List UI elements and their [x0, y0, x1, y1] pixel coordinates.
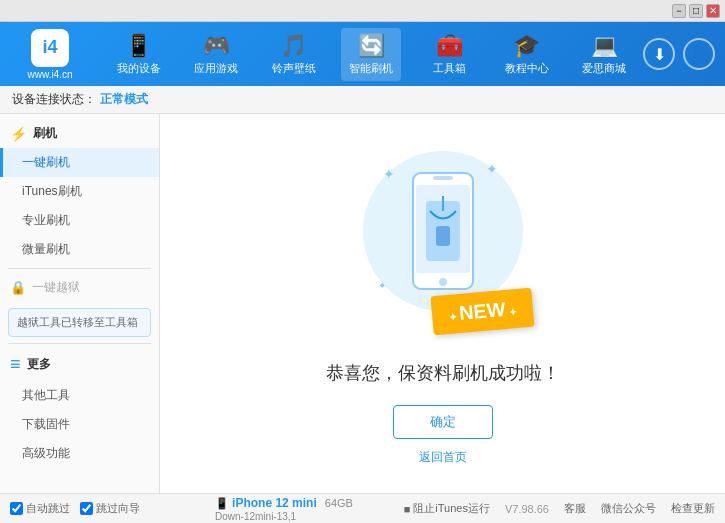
device-name: iPhone 12 mini — [232, 496, 317, 510]
more-section-icon: ≡ — [10, 354, 21, 375]
nav-label-my-device: 我的设备 — [117, 61, 161, 76]
sidebar-item-other-tools[interactable]: 其他工具 — [0, 381, 159, 410]
auto-dismiss-checkbox[interactable]: 自动跳过 — [10, 501, 70, 516]
sidebar-section-flash: ⚡ 刷机 — [0, 119, 159, 148]
success-illustration: ✦ ✦ ✦ NEW — [353, 141, 533, 341]
sidebar-item-one-click-flash[interactable]: 一键刷机 — [0, 148, 159, 177]
nav-item-ai-store[interactable]: 💻 爱思商城 — [574, 28, 634, 81]
more-section-label: 更多 — [27, 356, 51, 373]
tutorials-icon: 🎓 — [513, 33, 540, 59]
svg-point-3 — [439, 278, 447, 286]
auto-dismiss-input[interactable] — [10, 502, 23, 515]
device-info: 📱 iPhone 12 mini 64GB Down-12mini-13,1 — [210, 496, 404, 522]
sparkle-2: ✦ — [486, 161, 498, 177]
skip-wizard-checkbox[interactable]: 跳过向导 — [80, 501, 140, 516]
nav-item-my-device[interactable]: 📱 我的设备 — [109, 28, 169, 81]
flash-section-label: 刷机 — [33, 125, 57, 142]
header: i4 www.i4.cn 📱 我的设备 🎮 应用游戏 🎵 铃声壁纸 🔄 智能刷机… — [0, 22, 725, 86]
success-text: 恭喜您，保资料刷机成功啦！ — [326, 361, 560, 385]
sparkle-1: ✦ — [383, 166, 395, 182]
sidebar-section-more: ≡ 更多 — [0, 348, 159, 381]
ringtones-icon: 🎵 — [280, 33, 307, 59]
user-button[interactable]: 👤 — [683, 38, 715, 70]
nav-item-apps-games[interactable]: 🎮 应用游戏 — [186, 28, 246, 81]
nav-label-apps-games: 应用游戏 — [194, 61, 238, 76]
logo: i4 www.i4.cn — [10, 29, 90, 80]
sidebar-item-jailbreak: 🔒 一键越狱 — [0, 273, 159, 302]
sidebar-divider-2 — [8, 343, 151, 344]
bottom-bar: 自动跳过 跳过向导 📱 iPhone 12 mini 64GB Down-12m… — [0, 493, 725, 523]
sidebar-item-micro-flash[interactable]: 微量刷机 — [0, 235, 159, 264]
version-text: V7.98.66 — [505, 503, 549, 515]
sparkle-3: ✦ — [378, 280, 386, 291]
sidebar-item-pro-flash[interactable]: 专业刷机 — [0, 206, 159, 235]
stop-itunes-icon: ■ — [404, 503, 411, 515]
nav-item-toolbox[interactable]: 🧰 工具箱 — [419, 28, 479, 81]
logo-icon: i4 — [31, 29, 69, 67]
nav-item-ringtones[interactable]: 🎵 铃声壁纸 — [264, 28, 324, 81]
sidebar-item-download-firmware[interactable]: 下载固件 — [0, 410, 159, 439]
bottom-right: ■ 阻止iTunes运行 V7.98.66 客服 微信公众号 检查更新 — [404, 501, 715, 516]
phone-circle: ✦ ✦ ✦ — [363, 151, 523, 311]
nav-label-ai-store: 爱思商城 — [582, 61, 626, 76]
nav-items: 📱 我的设备 🎮 应用游戏 🎵 铃声壁纸 🔄 智能刷机 🧰 工具箱 🎓 教程中心… — [100, 28, 643, 81]
apps-icon: 🎮 — [203, 33, 230, 59]
go-home-link[interactable]: 返回首页 — [419, 449, 467, 466]
device-icon-small: 📱 — [215, 497, 232, 509]
status-value: 正常模式 — [100, 91, 148, 108]
sidebar-info-text: 越狱工具已转移至工具箱 — [17, 316, 138, 328]
device-model: Down-12mini-13,1 — [215, 511, 296, 522]
minimize-button[interactable]: － — [672, 4, 686, 18]
confirm-button[interactable]: 确定 — [393, 405, 493, 439]
nav-label-smart-shop: 智能刷机 — [349, 61, 393, 76]
service-link[interactable]: 客服 — [564, 501, 586, 516]
wechat-link[interactable]: 微信公众号 — [601, 501, 656, 516]
svg-rect-2 — [433, 176, 453, 180]
maximize-button[interactable]: □ — [689, 4, 703, 18]
sidebar: ⚡ 刷机 一键刷机 iTunes刷机 专业刷机 微量刷机 🔒 一键越狱 越狱工具… — [0, 114, 160, 493]
auto-dismiss-label: 自动跳过 — [26, 501, 70, 516]
sidebar-item-advanced[interactable]: 高级功能 — [0, 439, 159, 468]
main-layout: ⚡ 刷机 一键刷机 iTunes刷机 专业刷机 微量刷机 🔒 一键越狱 越狱工具… — [0, 114, 725, 493]
jailbreak-label: 一键越狱 — [32, 279, 80, 296]
stop-itunes-button[interactable]: ■ 阻止iTunes运行 — [404, 501, 490, 516]
smart-shop-icon: 🔄 — [358, 33, 385, 59]
toolbox-icon: 🧰 — [436, 33, 463, 59]
status-bar: 设备连接状态： 正常模式 — [0, 86, 725, 114]
nav-item-smart-shop[interactable]: 🔄 智能刷机 — [341, 28, 401, 81]
nav-label-tutorials: 教程中心 — [505, 61, 549, 76]
sidebar-divider-1 — [8, 268, 151, 269]
nav-label-ringtones: 铃声壁纸 — [272, 61, 316, 76]
bottom-left: 自动跳过 跳过向导 — [10, 501, 210, 516]
check-update-link[interactable]: 检查更新 — [671, 501, 715, 516]
nav-item-tutorials[interactable]: 🎓 教程中心 — [497, 28, 557, 81]
status-label: 设备连接状态： — [12, 91, 96, 108]
sidebar-item-itunes-flash[interactable]: iTunes刷机 — [0, 177, 159, 206]
device-storage: 64GB — [325, 497, 353, 509]
sidebar-info-box: 越狱工具已转移至工具箱 — [8, 308, 151, 337]
download-button[interactable]: ⬇ — [643, 38, 675, 70]
flash-section-icon: ⚡ — [10, 126, 27, 142]
title-bar: － □ ✕ — [0, 0, 725, 22]
svg-rect-6 — [436, 226, 450, 246]
nav-right: ⬇ 👤 — [643, 38, 715, 70]
device-icon: 📱 — [125, 33, 152, 59]
close-button[interactable]: ✕ — [706, 4, 720, 18]
stop-itunes-label: 阻止iTunes运行 — [413, 501, 490, 516]
phone-svg — [408, 171, 478, 291]
content-area: ✦ ✦ ✦ NEW 恭喜您，保资料刷机成功啦！ — [160, 114, 725, 493]
skip-wizard-label: 跳过向导 — [96, 501, 140, 516]
jailbreak-icon: 🔒 — [10, 280, 26, 295]
logo-text: www.i4.cn — [27, 69, 72, 80]
ai-store-icon: 💻 — [591, 33, 618, 59]
new-badge: NEW — [430, 288, 534, 336]
skip-wizard-input[interactable] — [80, 502, 93, 515]
nav-label-toolbox: 工具箱 — [433, 61, 466, 76]
